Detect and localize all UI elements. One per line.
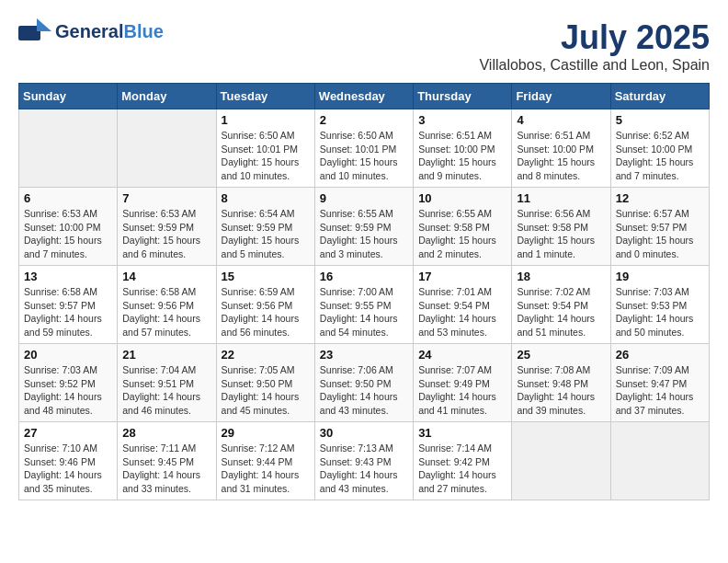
- day-info: Sunrise: 7:01 AMSunset: 9:54 PMDaylight:…: [418, 285, 506, 339]
- day-number: 19: [616, 270, 704, 283]
- weekday-header-row: SundayMondayTuesdayWednesdayThursdayFrid…: [19, 84, 710, 109]
- day-info: Sunrise: 7:08 AMSunset: 9:48 PMDaylight:…: [517, 363, 605, 418]
- calendar-week-row: 6Sunrise: 6:53 AMSunset: 10:00 PMDayligh…: [19, 188, 710, 266]
- day-number: 8: [222, 191, 310, 205]
- day-info: Sunrise: 7:07 AMSunset: 9:49 PMDaylight:…: [418, 363, 506, 418]
- month-title: July 2025: [479, 18, 710, 57]
- day-number: 4: [517, 113, 605, 127]
- logo-icon: [18, 18, 51, 44]
- day-number: 11: [517, 191, 605, 205]
- day-number: 5: [616, 113, 704, 127]
- calendar-cell: 5Sunrise: 6:52 AMSunset: 10:00 PMDayligh…: [610, 109, 709, 188]
- day-number: 16: [320, 270, 408, 283]
- day-info: Sunrise: 7:00 AMSunset: 9:55 PMDaylight:…: [320, 285, 408, 339]
- day-number: 21: [122, 348, 210, 362]
- day-info: Sunrise: 6:50 AMSunset: 10:01 PMDaylight…: [320, 129, 408, 183]
- day-info: Sunrise: 6:59 AMSunset: 9:56 PMDaylight:…: [222, 285, 310, 339]
- calendar-cell: 29Sunrise: 7:12 AMSunset: 9:44 PMDayligh…: [216, 422, 314, 500]
- weekday-header: Wednesday: [314, 84, 413, 109]
- day-number: 9: [320, 191, 408, 205]
- day-info: Sunrise: 7:06 AMSunset: 9:50 PMDaylight:…: [320, 363, 408, 418]
- day-info: Sunrise: 6:50 AMSunset: 10:01 PMDaylight…: [222, 129, 310, 183]
- day-info: Sunrise: 6:53 AMSunset: 10:00 PMDaylight…: [24, 207, 112, 261]
- day-number: 26: [616, 348, 704, 362]
- calendar-cell: 12Sunrise: 6:57 AMSunset: 9:57 PMDayligh…: [610, 188, 709, 266]
- title-block: July 2025 Villalobos, Castille and Leon,…: [479, 18, 710, 74]
- day-info: Sunrise: 6:57 AMSunset: 9:57 PMDaylight:…: [616, 207, 704, 261]
- calendar-cell: 22Sunrise: 7:05 AMSunset: 9:50 PMDayligh…: [216, 344, 314, 422]
- calendar-table: SundayMondayTuesdayWednesdayThursdayFrid…: [18, 83, 710, 500]
- calendar-cell: 19Sunrise: 7:03 AMSunset: 9:53 PMDayligh…: [610, 266, 709, 344]
- day-info: Sunrise: 6:51 AMSunset: 10:00 PMDaylight…: [418, 129, 506, 183]
- calendar-cell: 26Sunrise: 7:09 AMSunset: 9:47 PMDayligh…: [610, 344, 709, 422]
- day-number: 12: [616, 191, 704, 205]
- day-number: 20: [24, 348, 112, 362]
- day-info: Sunrise: 6:54 AMSunset: 9:59 PMDaylight:…: [222, 207, 310, 261]
- calendar-cell: 7Sunrise: 6:53 AMSunset: 9:59 PMDaylight…: [118, 188, 216, 266]
- svg-marker-1: [37, 18, 51, 31]
- calendar-cell: [610, 422, 709, 500]
- day-info: Sunrise: 6:52 AMSunset: 10:00 PMDaylight…: [616, 129, 704, 183]
- location-title: Villalobos, Castille and Leon, Spain: [479, 57, 710, 74]
- day-info: Sunrise: 7:02 AMSunset: 9:54 PMDaylight:…: [517, 285, 605, 339]
- calendar-week-row: 27Sunrise: 7:10 AMSunset: 9:46 PMDayligh…: [19, 422, 710, 500]
- calendar-cell: 10Sunrise: 6:55 AMSunset: 9:58 PMDayligh…: [414, 188, 512, 266]
- day-info: Sunrise: 6:55 AMSunset: 9:58 PMDaylight:…: [418, 207, 506, 261]
- calendar-cell: 17Sunrise: 7:01 AMSunset: 9:54 PMDayligh…: [414, 266, 512, 344]
- day-number: 22: [222, 348, 310, 362]
- day-info: Sunrise: 7:04 AMSunset: 9:51 PMDaylight:…: [122, 363, 210, 418]
- page-header: GeneralBlue July 2025 Villalobos, Castil…: [18, 18, 710, 74]
- calendar-week-row: 13Sunrise: 6:58 AMSunset: 9:57 PMDayligh…: [19, 266, 710, 344]
- calendar-cell: 15Sunrise: 6:59 AMSunset: 9:56 PMDayligh…: [216, 266, 314, 344]
- day-info: Sunrise: 6:53 AMSunset: 9:59 PMDaylight:…: [122, 207, 210, 261]
- day-info: Sunrise: 7:14 AMSunset: 9:42 PMDaylight:…: [418, 442, 506, 496]
- calendar-cell: 14Sunrise: 6:58 AMSunset: 9:56 PMDayligh…: [118, 266, 216, 344]
- calendar-week-row: 1Sunrise: 6:50 AMSunset: 10:01 PMDayligh…: [19, 109, 710, 188]
- day-number: 13: [24, 270, 112, 283]
- calendar-week-row: 20Sunrise: 7:03 AMSunset: 9:52 PMDayligh…: [19, 344, 710, 422]
- day-info: Sunrise: 6:55 AMSunset: 9:59 PMDaylight:…: [320, 207, 408, 261]
- calendar-cell: 28Sunrise: 7:11 AMSunset: 9:45 PMDayligh…: [118, 422, 216, 500]
- day-number: 27: [24, 426, 112, 440]
- day-info: Sunrise: 7:05 AMSunset: 9:50 PMDaylight:…: [222, 363, 310, 418]
- day-number: 30: [320, 426, 408, 440]
- logo-text: GeneralBlue: [55, 21, 164, 41]
- calendar-cell: 8Sunrise: 6:54 AMSunset: 9:59 PMDaylight…: [216, 188, 314, 266]
- calendar-cell: 6Sunrise: 6:53 AMSunset: 10:00 PMDayligh…: [19, 188, 118, 266]
- day-number: 18: [517, 270, 605, 283]
- day-info: Sunrise: 7:13 AMSunset: 9:43 PMDaylight:…: [320, 442, 408, 496]
- calendar-cell: 13Sunrise: 6:58 AMSunset: 9:57 PMDayligh…: [19, 266, 118, 344]
- day-number: 3: [418, 113, 506, 127]
- calendar-cell: [19, 109, 118, 188]
- day-number: 6: [24, 191, 112, 205]
- day-number: 10: [418, 191, 506, 205]
- day-info: Sunrise: 7:03 AMSunset: 9:52 PMDaylight:…: [24, 363, 112, 418]
- day-number: 1: [222, 113, 310, 127]
- calendar-cell: 30Sunrise: 7:13 AMSunset: 9:43 PMDayligh…: [314, 422, 413, 500]
- calendar-cell: [512, 422, 610, 500]
- calendar-cell: [118, 109, 216, 188]
- day-number: 15: [222, 270, 310, 283]
- calendar-cell: 16Sunrise: 7:00 AMSunset: 9:55 PMDayligh…: [314, 266, 413, 344]
- calendar-cell: 3Sunrise: 6:51 AMSunset: 10:00 PMDayligh…: [414, 109, 512, 188]
- day-info: Sunrise: 7:11 AMSunset: 9:45 PMDaylight:…: [122, 442, 210, 496]
- calendar-cell: 23Sunrise: 7:06 AMSunset: 9:50 PMDayligh…: [314, 344, 413, 422]
- day-number: 7: [122, 191, 210, 205]
- day-number: 2: [320, 113, 408, 127]
- calendar-cell: 25Sunrise: 7:08 AMSunset: 9:48 PMDayligh…: [512, 344, 610, 422]
- calendar-cell: 27Sunrise: 7:10 AMSunset: 9:46 PMDayligh…: [19, 422, 118, 500]
- calendar-cell: 24Sunrise: 7:07 AMSunset: 9:49 PMDayligh…: [414, 344, 512, 422]
- day-number: 28: [122, 426, 210, 440]
- day-info: Sunrise: 7:03 AMSunset: 9:53 PMDaylight:…: [616, 285, 704, 339]
- calendar-cell: 18Sunrise: 7:02 AMSunset: 9:54 PMDayligh…: [512, 266, 610, 344]
- day-number: 17: [418, 270, 506, 283]
- day-info: Sunrise: 7:10 AMSunset: 9:46 PMDaylight:…: [24, 442, 112, 496]
- calendar-cell: 9Sunrise: 6:55 AMSunset: 9:59 PMDaylight…: [314, 188, 413, 266]
- weekday-header: Tuesday: [216, 84, 314, 109]
- calendar-cell: 1Sunrise: 6:50 AMSunset: 10:01 PMDayligh…: [216, 109, 314, 188]
- calendar-cell: 2Sunrise: 6:50 AMSunset: 10:01 PMDayligh…: [314, 109, 413, 188]
- day-info: Sunrise: 6:58 AMSunset: 9:56 PMDaylight:…: [122, 285, 210, 339]
- calendar-cell: 31Sunrise: 7:14 AMSunset: 9:42 PMDayligh…: [414, 422, 512, 500]
- calendar-cell: 21Sunrise: 7:04 AMSunset: 9:51 PMDayligh…: [118, 344, 216, 422]
- day-number: 14: [122, 270, 210, 283]
